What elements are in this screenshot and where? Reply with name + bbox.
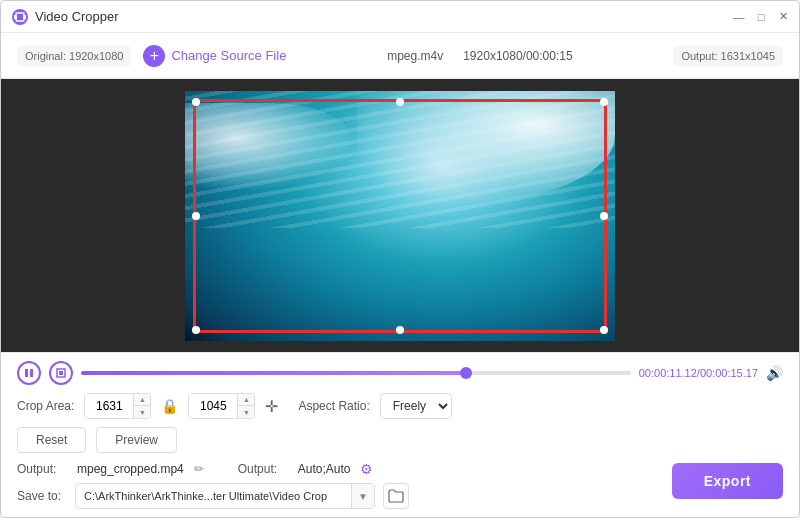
reset-button[interactable]: Reset [17,427,86,453]
crop-width-down[interactable]: ▼ [134,406,150,419]
output-settings-value: Auto;Auto [298,462,351,476]
save-path-text: C:\ArkThinker\ArkThinke...ter Ultimate\V… [76,490,351,502]
lock-icon[interactable]: 🔒 [161,398,178,414]
aspect-ratio-label: Aspect Ratio: [298,399,369,413]
timeline-thumb[interactable] [460,367,472,379]
save-path-selector[interactable]: C:\ArkThinker\ArkThinke...ter Ultimate\V… [75,483,375,509]
crop-height-up[interactable]: ▲ [238,393,254,406]
crop-width-spinners: ▲ ▼ [133,393,150,419]
save-row: Save to: C:\ArkThinker\ArkThinke...ter U… [17,483,783,509]
volume-icon[interactable]: 🔊 [766,365,783,381]
aspect-ratio-select[interactable]: Freely 16:9 4:3 1:1 9:16 [380,393,452,419]
change-source-label: Change Source File [171,48,286,63]
svg-rect-7 [59,371,63,375]
video-canvas [1,79,799,352]
edit-filename-icon[interactable]: ✏ [194,462,204,476]
minimize-button[interactable]: — [731,9,747,25]
crop-settings-row: Crop Area: ▲ ▼ 🔒 ▲ ▼ ✛ [17,393,783,419]
crop-height-spinners: ▲ ▼ [237,393,254,419]
output-filename: mpeg_cropped.mp4 [77,462,184,476]
file-resolution: 1920x1080/00:00:15 [463,49,572,63]
timeline-fill [81,371,466,375]
crop-height-input-group: ▲ ▼ [188,393,255,419]
svg-rect-5 [30,369,33,377]
original-resolution-label: Original: 1920x1080 [17,46,131,66]
maximize-button[interactable]: □ [753,9,769,25]
title-bar-left: Video Cropper [11,8,119,26]
move-icon[interactable]: ✛ [265,397,278,416]
svg-rect-4 [25,369,28,377]
file-info: mpeg.m4v 1920x1080/00:00:15 [298,49,661,63]
path-dropdown-arrow[interactable]: ▼ [351,484,374,508]
crop-height-down[interactable]: ▼ [238,406,254,419]
video-frame [185,91,615,341]
crop-height-input[interactable] [189,394,237,418]
time-display: 00:00:11.12/00:00:15.17 [639,367,758,379]
settings-gear-icon[interactable]: ⚙ [360,461,373,477]
action-buttons-row: Reset Preview [17,427,783,453]
title-bar: Video Cropper — □ ✕ [1,1,799,33]
app-icon [11,8,29,26]
pause-button[interactable] [17,361,41,385]
video-content [185,91,615,341]
playback-row: 00:00:11.12/00:00:15.17 🔊 [17,361,783,385]
output-row: Output: mpeg_cropped.mp4 ✏ Output: Auto;… [17,461,783,477]
capture-button[interactable] [49,361,73,385]
close-button[interactable]: ✕ [775,9,791,25]
plus-icon: + [143,45,165,67]
crop-width-input-group: ▲ ▼ [84,393,151,419]
save-to-label: Save to: [17,489,67,503]
app-window: Video Cropper — □ ✕ Original: 1920x1080 … [0,0,800,518]
bottom-wrapper: 00:00:11.12/00:00:15.17 🔊 Crop Area: ▲ ▼… [1,352,799,517]
output-resolution-label: Output: 1631x1045 [673,46,783,66]
svg-rect-2 [14,15,17,19]
window-controls: — □ ✕ [731,9,791,25]
crop-area-label: Crop Area: [17,399,74,413]
timeline[interactable] [81,371,631,375]
toolbar: Original: 1920x1080 + Change Source File… [1,33,799,79]
video-area [1,79,799,352]
output-label: Output: [17,462,67,476]
preview-button[interactable]: Preview [96,427,177,453]
export-button[interactable]: Export [672,463,783,499]
crop-width-up[interactable]: ▲ [134,393,150,406]
browse-folder-button[interactable] [383,483,409,509]
svg-rect-3 [23,15,26,19]
app-title: Video Cropper [35,9,119,24]
output-settings-label: Output: [238,462,288,476]
change-source-button[interactable]: + Change Source File [143,45,286,67]
foam-left [185,103,357,191]
file-name: mpeg.m4v [387,49,443,63]
crop-width-input[interactable] [85,394,133,418]
